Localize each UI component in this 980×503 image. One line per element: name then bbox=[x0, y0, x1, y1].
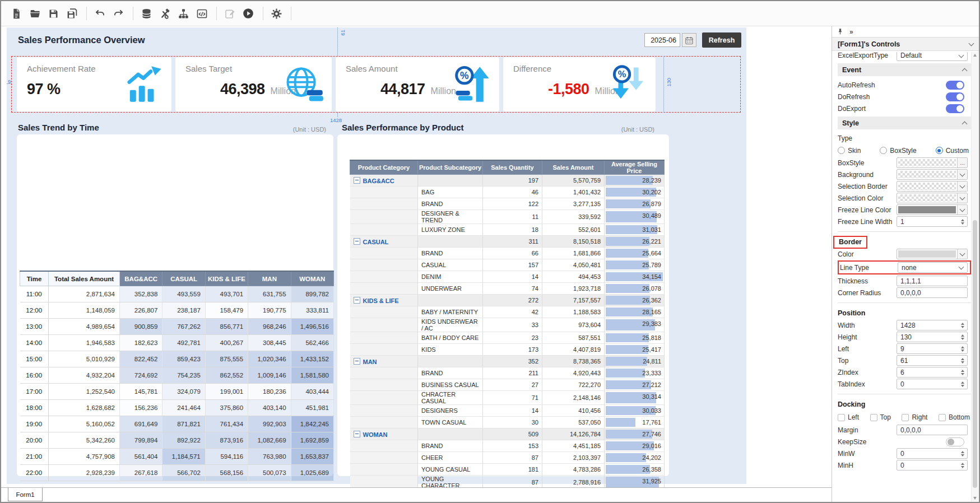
dropdown-button[interactable] bbox=[957, 205, 967, 215]
checkbox-option-bottom[interactable]: Bottom bbox=[939, 413, 970, 421]
spinner-buttons[interactable] bbox=[958, 346, 967, 352]
spin-down-icon[interactable] bbox=[961, 222, 964, 225]
scrollbar-thumb[interactable] bbox=[973, 220, 977, 488]
swatch-control-boxstyle[interactable]: ... bbox=[897, 157, 968, 168]
checkbox-option-left[interactable]: Left bbox=[838, 413, 859, 421]
radio-option-boxstyle[interactable]: BoxStyle bbox=[880, 147, 916, 155]
radio-icon[interactable] bbox=[838, 147, 845, 154]
checkbox-icon[interactable] bbox=[870, 414, 877, 421]
kpi-card-achievement-rate[interactable]: Achievement Rate 97 % bbox=[17, 57, 171, 111]
dropdown-button[interactable] bbox=[957, 170, 967, 179]
settings-button[interactable] bbox=[268, 5, 285, 22]
spin-up-icon[interactable] bbox=[961, 334, 964, 337]
spin-down-icon[interactable] bbox=[961, 326, 964, 328]
checkbox-option-top[interactable]: Top bbox=[870, 413, 891, 421]
kpi-card-sales-amount[interactable]: Sales Amount 44,817Million % bbox=[336, 57, 499, 111]
toggle-doexport[interactable] bbox=[946, 104, 964, 113]
spin-up-icon[interactable] bbox=[961, 323, 964, 325]
toggle-autorefresh[interactable] bbox=[946, 81, 964, 90]
spinner-buttons[interactable] bbox=[958, 370, 967, 375]
new-file-button[interactable] bbox=[8, 5, 25, 22]
dropdown-button[interactable] bbox=[957, 193, 967, 203]
input-margin[interactable]: 0,0,0,0 bbox=[897, 425, 968, 435]
spinner-zindex[interactable]: 6 bbox=[897, 367, 968, 378]
spinner-buttons[interactable] bbox=[958, 358, 967, 364]
spinner-buttons[interactable] bbox=[958, 451, 967, 457]
date-filter-input[interactable] bbox=[644, 33, 680, 47]
section-style[interactable]: Style bbox=[838, 117, 971, 129]
toggle-dorefresh[interactable] bbox=[946, 92, 964, 101]
swatch-control-color[interactable] bbox=[897, 249, 968, 259]
dropdown-line-type[interactable]: none bbox=[898, 262, 968, 273]
spinner-buttons[interactable] bbox=[958, 381, 967, 387]
kpi-card-sales-target[interactable]: Sales Target 46,398Million bbox=[175, 57, 332, 111]
panel-scrollbar[interactable] bbox=[971, 52, 978, 501]
radio-icon[interactable] bbox=[880, 147, 887, 154]
collapse-group-icon[interactable] bbox=[354, 177, 360, 184]
swatch-control-selection-color[interactable] bbox=[897, 193, 968, 203]
checkbox-icon[interactable] bbox=[902, 414, 909, 421]
ellipsis-button[interactable]: ... bbox=[957, 158, 967, 167]
collapse-group-icon[interactable] bbox=[354, 358, 360, 365]
dropdown-button[interactable] bbox=[957, 249, 967, 259]
section-event[interactable]: Event bbox=[838, 63, 971, 76]
swatch-control-background[interactable] bbox=[897, 169, 968, 180]
input-corner-radius[interactable]: 0,0,0,0 bbox=[897, 287, 968, 298]
spin-down-icon[interactable] bbox=[961, 385, 964, 387]
save-button[interactable] bbox=[45, 5, 62, 22]
dropdown-button[interactable] bbox=[957, 181, 967, 191]
spinner-width[interactable]: 1428 bbox=[897, 320, 968, 330]
spinner-minh[interactable]: 0 bbox=[897, 460, 968, 471]
spinner-minw[interactable]: 0 bbox=[897, 448, 968, 459]
open-folder-button[interactable] bbox=[26, 5, 43, 22]
redo-button[interactable] bbox=[110, 5, 127, 22]
checkbox-icon[interactable] bbox=[838, 414, 845, 421]
kpi-card-difference[interactable]: Difference -1,580Million % bbox=[503, 57, 656, 111]
swatch-control-freeze-line-color[interactable] bbox=[897, 204, 968, 215]
spin-up-icon[interactable] bbox=[961, 358, 964, 360]
radio-option-skin[interactable]: Skin bbox=[838, 147, 861, 155]
spinner-buttons[interactable] bbox=[958, 463, 967, 468]
spinner-tabindex[interactable]: 0 bbox=[897, 379, 968, 389]
pin-icon[interactable] bbox=[837, 28, 844, 35]
swatch-control-selection-border[interactable] bbox=[897, 181, 968, 192]
calendar-button[interactable] bbox=[682, 33, 696, 47]
spin-up-icon[interactable] bbox=[961, 463, 964, 465]
tab-form1[interactable]: Form1 bbox=[8, 488, 43, 501]
checkbox-option-right[interactable]: Right bbox=[902, 413, 927, 421]
spinner-buttons[interactable] bbox=[958, 334, 967, 340]
edit-button[interactable] bbox=[221, 5, 238, 22]
toggle-keepsize[interactable] bbox=[946, 437, 964, 446]
spin-up-icon[interactable] bbox=[961, 219, 964, 221]
refresh-button[interactable]: Refresh bbox=[702, 32, 741, 48]
spin-down-icon[interactable] bbox=[961, 373, 964, 375]
collapse-panel-icon[interactable]: » bbox=[849, 28, 853, 36]
checkbox-icon[interactable] bbox=[939, 414, 946, 421]
spin-down-icon[interactable] bbox=[961, 361, 964, 364]
collapse-group-icon[interactable] bbox=[354, 238, 360, 245]
save-all-button[interactable] bbox=[63, 5, 80, 22]
collapse-group-icon[interactable] bbox=[354, 431, 360, 437]
scroll-up-icon[interactable] bbox=[973, 54, 977, 57]
build-tools-button[interactable] bbox=[156, 5, 173, 22]
spin-down-icon[interactable] bbox=[961, 454, 964, 457]
hierarchy-button[interactable] bbox=[175, 5, 192, 22]
spin-up-icon[interactable] bbox=[961, 346, 964, 348]
spin-up-icon[interactable] bbox=[961, 370, 964, 372]
input-thickness[interactable]: 1,1,1,1 bbox=[897, 276, 968, 286]
radio-icon[interactable] bbox=[936, 147, 943, 154]
collapse-group-icon[interactable] bbox=[354, 297, 360, 304]
controls-header[interactable]: [Form1]'s Controls bbox=[832, 37, 979, 51]
code-editor-button[interactable] bbox=[193, 5, 210, 22]
radio-option-custom[interactable]: Custom bbox=[936, 147, 969, 155]
spin-up-icon[interactable] bbox=[961, 451, 964, 453]
database-button[interactable] bbox=[138, 5, 155, 22]
scroll-down-icon[interactable] bbox=[973, 497, 977, 500]
run-button[interactable] bbox=[240, 5, 257, 22]
spinner-height[interactable]: 130 bbox=[897, 332, 968, 342]
spinner-top[interactable]: 61 bbox=[897, 355, 968, 366]
spinner-freeze-line-width[interactable]: 1 bbox=[897, 216, 968, 227]
undo-button[interactable] bbox=[91, 5, 108, 22]
spinner-buttons[interactable] bbox=[958, 323, 967, 328]
spinner-buttons[interactable] bbox=[958, 219, 967, 225]
